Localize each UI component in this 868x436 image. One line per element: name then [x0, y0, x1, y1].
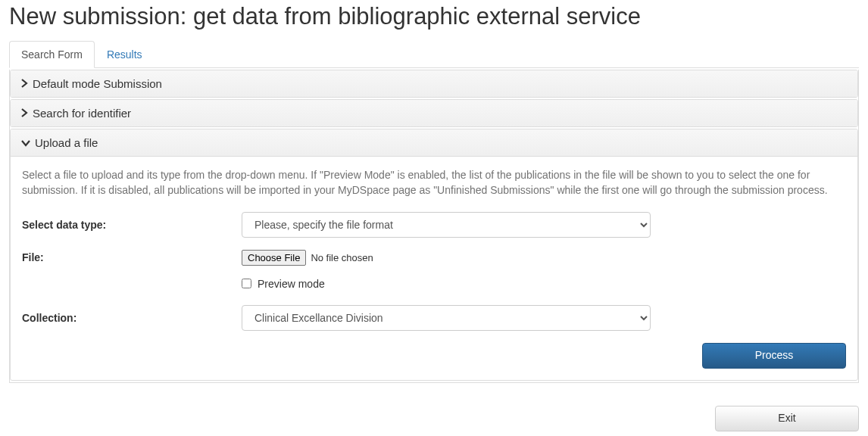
process-button[interactable]: Process	[702, 343, 846, 369]
select-data-type[interactable]: Please, specify the file format	[242, 212, 651, 238]
tab-bar: Search Form Results	[9, 41, 859, 68]
chevron-right-icon	[21, 78, 28, 90]
select-collection[interactable]: Clinical Excellance Division	[242, 305, 651, 331]
label-file: File:	[22, 251, 242, 263]
chevron-right-icon	[21, 107, 28, 120]
preview-mode-checkbox[interactable]	[242, 279, 251, 288]
row-preview-mode: Preview mode	[242, 278, 846, 290]
chevron-down-icon	[21, 137, 30, 149]
exit-button[interactable]: Exit	[715, 406, 859, 431]
preview-mode-label[interactable]: Preview mode	[258, 278, 325, 290]
choose-file-button[interactable]: Choose File	[242, 250, 306, 266]
tab-content: Default mode Submission Search for ident…	[9, 70, 859, 383]
tab-results[interactable]: Results	[95, 41, 155, 68]
upload-help-text: Select a file to upload and its type fro…	[22, 168, 846, 198]
panel-heading-default-mode[interactable]: Default mode Submission	[11, 70, 857, 97]
panel-default-mode: Default mode Submission	[10, 70, 858, 98]
label-collection: Collection:	[22, 312, 242, 324]
tab-search-form[interactable]: Search Form	[9, 41, 95, 68]
panel-heading-upload-file[interactable]: Upload a file	[11, 129, 857, 157]
panel-heading-search-identifier[interactable]: Search for identifier	[11, 100, 857, 126]
label-data-type: Select data type:	[22, 219, 242, 231]
panel-title-search-identifier: Search for identifier	[33, 107, 131, 120]
panel-title-default-mode: Default mode Submission	[33, 77, 162, 90]
panel-upload-file: Upload a file Select a file to upload an…	[10, 129, 858, 381]
process-button-row: Process	[22, 343, 846, 369]
file-status-text: No file chosen	[311, 252, 373, 263]
panel-body-upload-file: Select a file to upload and its type fro…	[11, 157, 857, 380]
panel-search-identifier: Search for identifier	[10, 99, 858, 127]
row-file: File: Choose File No file chosen	[22, 250, 846, 266]
exit-row: Exit	[9, 406, 859, 431]
row-data-type: Select data type: Please, specify the fi…	[22, 212, 846, 238]
panel-title-upload-file: Upload a file	[35, 136, 98, 149]
page-title: New submission: get data from bibliograp…	[9, 3, 859, 30]
row-collection: Collection: Clinical Excellance Division	[22, 305, 846, 331]
